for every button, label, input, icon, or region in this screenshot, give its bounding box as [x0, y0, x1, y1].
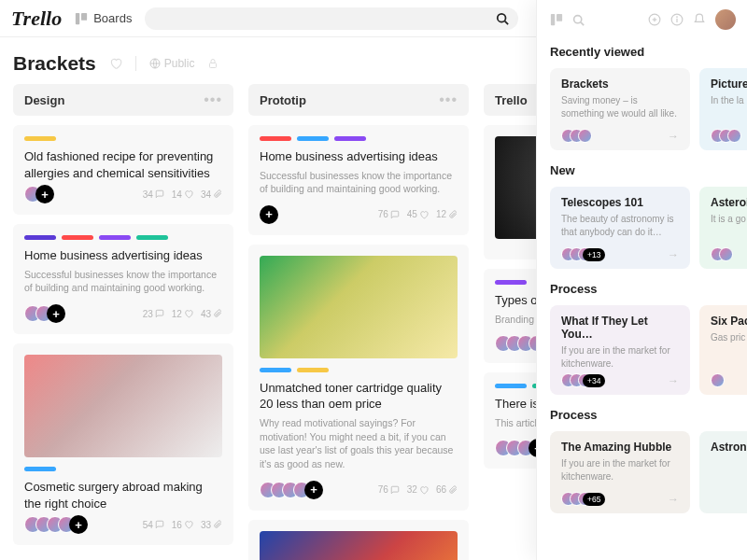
card-labels — [260, 136, 458, 141]
card-title: Cosmetic surgery abroad making the right… — [24, 479, 222, 511]
pill-title: Astrono — [711, 441, 747, 454]
label — [495, 280, 527, 285]
recent-item[interactable]: The Amazing HubbleIf you are in the mark… — [550, 431, 690, 513]
recent-item[interactable]: BracketsSaving money – is something we w… — [550, 68, 690, 150]
comments-count: 34 — [143, 189, 164, 200]
bell-icon[interactable] — [693, 13, 706, 26]
card[interactable]: Cosmetic surgery abroad making the right… — [13, 343, 233, 545]
card-title: Home business advertising ideas — [24, 247, 222, 264]
card-title: Home business advertising ideas — [260, 148, 458, 165]
pill-row: Telescopes 101The beauty of astronomy is… — [550, 187, 747, 269]
boards-button[interactable]: Boards — [75, 11, 132, 25]
divider — [135, 56, 136, 71]
card-title: Old fashioned recipe for preventing alle… — [24, 148, 222, 181]
list-title: Trello — [495, 93, 528, 107]
card-metrics: 231243 — [143, 309, 222, 319]
svg-point-15 — [677, 17, 678, 18]
label — [24, 467, 56, 471]
member-count-badge: +34 — [583, 374, 605, 387]
card-image — [24, 355, 222, 457]
card-metrics: 764512 — [378, 209, 458, 219]
label — [24, 136, 56, 141]
label — [62, 235, 93, 240]
card[interactable] — [248, 520, 469, 560]
attachments-count: 12 — [436, 209, 458, 219]
search-icon — [496, 12, 509, 25]
pill-row: The Amazing HubbleIf you are in the mark… — [550, 431, 747, 513]
card-labels — [24, 136, 222, 141]
add-member-button[interactable]: + — [260, 205, 278, 224]
avatars — [711, 373, 719, 387]
visibility-toggle[interactable]: Public — [149, 57, 195, 70]
pill-desc: Saving money – is something we would all… — [561, 94, 679, 119]
comments-count: 23 — [143, 309, 164, 319]
card[interactable]: Home business advertising ideasSuccessfu… — [248, 125, 469, 235]
card-desc: Successful businesses know the importanc… — [260, 169, 458, 196]
recent-item[interactable]: AsteroiIt is a go PC as an — [699, 187, 747, 269]
pill-row: BracketsSaving money – is something we w… — [550, 68, 747, 150]
search-input[interactable] — [145, 7, 518, 30]
logo[interactable]: Trello — [11, 7, 62, 31]
info-icon[interactable] — [670, 13, 684, 26]
comments-count: 76 — [378, 484, 400, 495]
svg-rect-6 — [551, 14, 555, 25]
card[interactable]: Home business advertising ideasSuccessfu… — [13, 224, 233, 334]
arrow-icon: → — [668, 130, 679, 143]
recent-item[interactable]: Six PacGas pric — [699, 305, 747, 395]
svg-line-9 — [581, 21, 584, 24]
card-footer: +763266 — [260, 481, 458, 499]
avatar[interactable] — [715, 9, 736, 30]
likes-count: 32 — [407, 484, 429, 495]
card-metrics: 341434 — [143, 189, 222, 200]
more-icon[interactable]: ••• — [439, 91, 458, 108]
lock-icon[interactable] — [207, 58, 218, 69]
attachments-count: 66 — [436, 484, 458, 495]
card-footer: +231243 — [24, 304, 222, 323]
card-footer: +764512 — [260, 205, 458, 224]
comments-count: 54 — [143, 520, 164, 530]
add-member-button[interactable]: + — [35, 185, 54, 203]
svg-point-8 — [574, 15, 582, 22]
add-icon[interactable] — [648, 13, 661, 26]
label — [260, 368, 291, 372]
pill-desc: If you are in the market for kitchenware… — [561, 344, 679, 370]
search-icon[interactable] — [572, 14, 585, 26]
label — [297, 368, 329, 372]
pill-desc: If you are in the market for kitchenware… — [561, 457, 679, 483]
recent-item[interactable]: Telescopes 101The beauty of astronomy is… — [550, 187, 690, 269]
pill-title: Telescopes 101 — [561, 196, 679, 209]
recent-item[interactable]: Astrono — [699, 431, 747, 513]
card-desc: Why read motivational sayings? For motiv… — [260, 416, 458, 471]
avatars — [711, 247, 727, 261]
add-member-button[interactable]: + — [304, 481, 323, 499]
avatar — [578, 129, 592, 143]
likes-count: 14 — [172, 189, 193, 200]
card-labels — [24, 467, 222, 471]
section-title: New — [550, 163, 747, 177]
boards-icon[interactable] — [550, 13, 563, 26]
card[interactable]: Old fashioned recipe for preventing alle… — [13, 125, 233, 215]
recent-item[interactable]: What If They Let You…If you are in the m… — [550, 305, 690, 395]
avatar — [719, 247, 733, 261]
pill-desc: The beauty of astronomy is that anybody … — [561, 213, 679, 238]
avatar — [727, 129, 741, 143]
add-member-button[interactable]: + — [69, 515, 88, 534]
recent-item[interactable]: PictureIn the la FTA sate — [699, 68, 747, 150]
pill-title: The Amazing Hubble — [561, 441, 679, 454]
side-panel: Recently viewedBracketsSaving money – is… — [536, 0, 747, 560]
avatars: +34 — [561, 373, 605, 387]
likes-count: 16 — [172, 520, 193, 530]
label — [260, 136, 291, 141]
list-header[interactable]: Prototip••• — [248, 84, 469, 116]
attachments-count: 33 — [201, 520, 222, 530]
pill-title: Picture — [711, 77, 747, 91]
favorite-icon[interactable] — [109, 57, 122, 70]
card[interactable]: Unmatched toner cartridge quality 20 les… — [248, 245, 469, 511]
more-icon[interactable]: ••• — [204, 91, 222, 108]
member-count-badge: +13 — [583, 248, 605, 261]
card-desc: Successful businesses know the importanc… — [24, 268, 222, 295]
list-header[interactable]: Design••• — [13, 84, 233, 116]
avatars: +65 — [561, 492, 605, 506]
pill-title: Asteroi — [711, 196, 747, 209]
add-member-button[interactable]: + — [47, 304, 65, 323]
